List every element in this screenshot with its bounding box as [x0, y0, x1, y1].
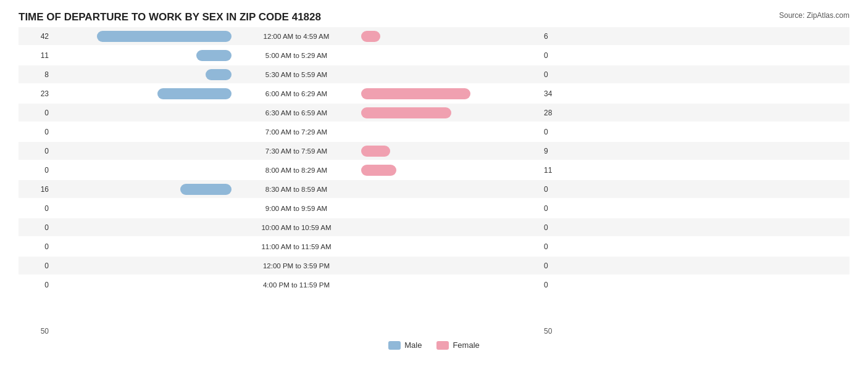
female-value: 0	[540, 242, 574, 251]
legend-female: Female	[436, 340, 479, 350]
female-value: 0	[540, 185, 574, 194]
time-label: 10:00 AM to 10:59 AM	[232, 224, 361, 231]
male-bar-area	[52, 31, 232, 42]
male-value: 0	[19, 281, 52, 289]
table-row: 08:00 AM to 8:29 AM11	[19, 161, 849, 179]
table-row: 07:30 AM to 7:59 AM9	[19, 142, 849, 160]
female-value: 9	[540, 147, 574, 155]
chart-area: 4212:00 AM to 4:59 AM6115:00 AM to 5:29 …	[19, 27, 849, 323]
table-row: 85:30 AM to 5:59 AM0	[19, 65, 849, 83]
chart-container: TIME OF DEPARTURE TO WORK BY SEX IN ZIP …	[0, 0, 868, 367]
time-label: 4:00 PM to 11:59 PM	[232, 281, 361, 289]
time-label: 8:00 AM to 8:29 AM	[232, 167, 361, 174]
male-value: 0	[19, 147, 52, 155]
table-row: 011:00 AM to 11:59 AM0	[19, 237, 849, 255]
female-bar	[361, 88, 470, 99]
female-bar-area	[361, 107, 540, 118]
female-value: 0	[540, 281, 574, 289]
male-bar	[180, 184, 232, 195]
source-label: Source: ZipAtlas.com	[779, 11, 849, 20]
male-bar	[97, 31, 232, 42]
legend-male: Male	[388, 340, 422, 350]
time-label: 6:30 AM to 6:59 AM	[232, 109, 361, 117]
female-value: 0	[540, 223, 574, 232]
legend-male-label: Male	[404, 340, 422, 350]
table-row: 4212:00 AM to 4:59 AM6	[19, 27, 849, 45]
axis-left-label: 50	[19, 327, 52, 336]
legend-female-box	[436, 341, 449, 350]
female-value: 34	[540, 89, 574, 98]
time-label: 5:00 AM to 5:29 AM	[232, 52, 361, 59]
male-bar	[157, 88, 232, 99]
female-value: 11	[540, 166, 574, 175]
chart-title: TIME OF DEPARTURE TO WORK BY SEX IN ZIP …	[19, 11, 849, 23]
male-value: 11	[19, 51, 52, 60]
table-row: 04:00 PM to 11:59 PM0	[19, 276, 849, 294]
female-value: 0	[540, 51, 574, 60]
table-row: 06:30 AM to 6:59 AM28	[19, 104, 849, 122]
table-row: 012:00 PM to 3:59 PM0	[19, 257, 849, 274]
male-value: 0	[19, 223, 52, 232]
time-label: 12:00 PM to 3:59 PM	[232, 262, 361, 270]
time-label: 7:30 AM to 7:59 AM	[232, 147, 361, 155]
female-value: 6	[540, 32, 574, 41]
time-label: 6:00 AM to 6:29 AM	[232, 90, 361, 97]
male-bar-area	[52, 69, 232, 80]
time-label: 7:00 AM to 7:29 AM	[232, 128, 361, 136]
female-value: 0	[540, 204, 574, 213]
male-value: 8	[19, 70, 52, 79]
female-bar-area	[361, 88, 540, 99]
male-value: 0	[19, 128, 52, 136]
time-label: 5:30 AM to 5:59 AM	[232, 71, 361, 78]
male-bar	[196, 50, 232, 61]
male-bar-area	[52, 184, 232, 195]
male-value: 0	[19, 166, 52, 175]
table-row: 168:30 AM to 8:59 AM0	[19, 180, 849, 198]
table-row: 010:00 AM to 10:59 AM0	[19, 218, 849, 236]
time-label: 8:30 AM to 8:59 AM	[232, 186, 361, 193]
male-value: 42	[19, 32, 52, 41]
legend-male-box	[388, 341, 401, 350]
table-row: 09:00 AM to 9:59 AM0	[19, 199, 849, 217]
male-value: 23	[19, 89, 52, 98]
table-row: 236:00 AM to 6:29 AM34	[19, 85, 849, 102]
time-label: 12:00 AM to 4:59 AM	[232, 33, 361, 40]
legend-female-label: Female	[453, 340, 479, 350]
female-bar-area	[361, 165, 540, 176]
male-value: 0	[19, 109, 52, 117]
male-value: 0	[19, 242, 52, 251]
table-row: 115:00 AM to 5:29 AM0	[19, 46, 849, 64]
time-label: 11:00 AM to 11:59 AM	[232, 243, 361, 250]
axis-row: 50 50	[19, 327, 849, 336]
time-label: 9:00 AM to 9:59 AM	[232, 205, 361, 212]
female-value: 28	[540, 109, 574, 117]
male-bar-area	[52, 88, 232, 99]
male-bar-area	[52, 50, 232, 61]
male-value: 16	[19, 185, 52, 194]
legend: Male Female	[19, 340, 849, 350]
male-value: 0	[19, 262, 52, 270]
female-bar	[361, 165, 396, 176]
female-value: 0	[540, 70, 574, 79]
female-bar-area	[361, 146, 540, 157]
female-value: 0	[540, 262, 574, 270]
female-bar	[361, 107, 451, 118]
female-bar	[361, 146, 390, 157]
female-value: 0	[540, 128, 574, 136]
axis-right-label: 50	[540, 327, 574, 336]
table-row: 07:00 AM to 7:29 AM0	[19, 123, 849, 141]
male-value: 0	[19, 204, 52, 213]
male-bar	[206, 69, 232, 80]
female-bar	[361, 31, 380, 42]
female-bar-area	[361, 31, 540, 42]
